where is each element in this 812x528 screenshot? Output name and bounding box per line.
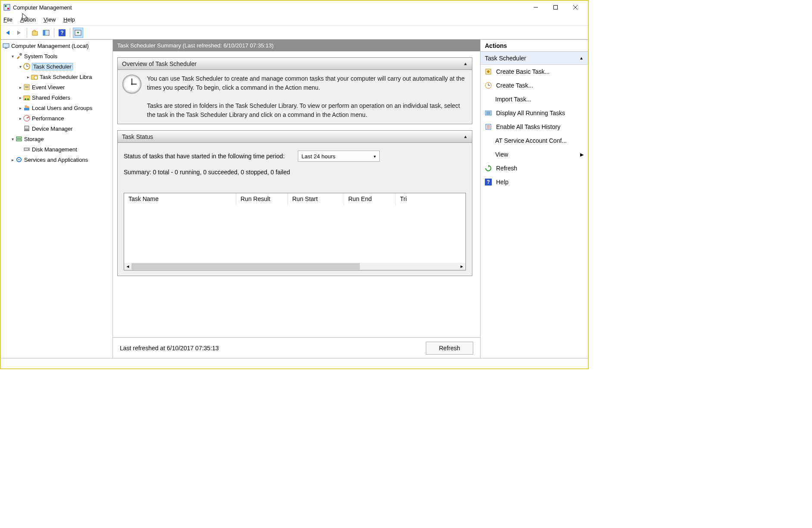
collapse-icon[interactable]: ▾ — [17, 64, 23, 69]
action-import-task[interactable]: Import Task... — [481, 92, 588, 106]
device-icon — [23, 125, 30, 132]
task-table-body — [124, 205, 465, 263]
expand-icon[interactable]: ▸ — [9, 157, 16, 162]
scroll-thumb[interactable] — [131, 263, 360, 270]
task-table[interactable]: Task Name Run Result Run Start Run End T… — [124, 193, 466, 270]
back-button[interactable] — [3, 28, 13, 38]
tree-shared-folders[interactable]: ▸ Shared Folders — [1, 92, 112, 103]
task-status-title: Task Status — [122, 133, 153, 140]
tree-event-viewer[interactable]: ▸ Event Viewer — [1, 82, 112, 92]
expand-icon[interactable]: ▸ — [17, 95, 23, 100]
menu-file[interactable]: File — [3, 16, 12, 23]
tree-storage[interactable]: ▾ Storage — [1, 134, 112, 144]
svg-rect-1 — [5, 5, 6, 7]
svg-rect-51 — [486, 112, 490, 113]
expand-icon[interactable]: ▸ — [17, 85, 23, 90]
col-triggered[interactable]: Tri — [396, 193, 465, 205]
action-create-task[interactable]: Create Task... — [481, 79, 588, 92]
tree-local-users[interactable]: ▸ Local Users and Groups — [1, 103, 112, 113]
task-status-panel: Task Status ▲ Status of tasks that have … — [117, 130, 472, 276]
action-view[interactable]: View ▶ — [481, 148, 588, 161]
center-body[interactable]: Overview of Task Scheduler ▲ You can use… — [113, 51, 480, 337]
clock-large-icon — [122, 74, 142, 94]
storage-icon — [16, 135, 22, 142]
collapse-icon[interactable]: ▾ — [9, 137, 16, 141]
col-run-result[interactable]: Run Result — [236, 193, 288, 205]
action-display-running[interactable]: Display All Running Tasks — [481, 106, 588, 120]
running-tasks-icon — [485, 110, 492, 116]
expand-icon[interactable]: ▸ — [17, 106, 23, 110]
summary-header: Task Scheduler Summary (Last refreshed: … — [113, 40, 480, 51]
maximize-button[interactable] — [546, 1, 565, 14]
tree-performance[interactable]: ▸ Performance — [1, 113, 112, 123]
overview-panel-header[interactable]: Overview of Task Scheduler ▲ — [118, 58, 472, 70]
collapse-up-icon[interactable]: ▲ — [463, 134, 468, 139]
overview-title: Overview of Task Scheduler — [122, 60, 197, 67]
toolbar-separator — [70, 28, 70, 38]
menu-help[interactable]: Help — [63, 16, 75, 23]
action-enable-history[interactable]: Enable All Tasks History — [481, 120, 588, 134]
show-hide-tree-button[interactable] — [41, 28, 51, 38]
history-icon — [485, 123, 492, 130]
event-icon — [23, 84, 30, 91]
performance-icon — [23, 115, 30, 122]
time-period-combo[interactable]: Last 24 hours ▾ — [298, 151, 380, 162]
refresh-button[interactable]: Refresh — [426, 342, 473, 355]
svg-rect-50 — [485, 111, 491, 115]
navigation-tree[interactable]: Computer Management (Local) ▾ System Too… — [1, 40, 113, 358]
tree-ts-library[interactable]: ▸ Task Scheduler Libra — [1, 72, 112, 82]
tree-device-manager[interactable]: ▸ Device Manager — [1, 123, 112, 134]
scroll-left-icon[interactable]: ◄ — [124, 264, 131, 269]
svg-rect-13 — [3, 44, 9, 47]
col-run-end[interactable]: Run End — [344, 193, 396, 205]
action-at-service[interactable]: AT Service Account Conf... — [481, 134, 588, 148]
svg-rect-32 — [25, 126, 29, 129]
expand-icon[interactable]: ▸ — [25, 75, 31, 79]
folder-clock-icon — [31, 73, 38, 80]
actions-pane: Actions Task Scheduler ▲ Create Basic Ta… — [480, 40, 588, 358]
tree-disk-management[interactable]: ▸ Disk Management — [1, 144, 112, 154]
center-pane: Task Scheduler Summary (Last refreshed: … — [113, 40, 480, 358]
services-icon — [16, 156, 22, 163]
actions-subhead[interactable]: Task Scheduler ▲ — [481, 52, 588, 65]
svg-point-20 — [34, 76, 37, 79]
col-task-name[interactable]: Task Name — [124, 193, 236, 205]
svg-rect-2 — [7, 8, 9, 9]
tree-root[interactable]: Computer Management (Local) — [1, 41, 112, 51]
disk-icon — [23, 146, 30, 153]
clock-icon — [23, 63, 30, 70]
window-frame: Computer Management File Action View Hel… — [0, 0, 589, 369]
users-icon — [23, 104, 30, 111]
menu-action[interactable]: Action — [20, 16, 36, 23]
col-run-start[interactable]: Run Start — [288, 193, 344, 205]
close-button[interactable] — [565, 1, 585, 14]
window-title: Computer Management — [13, 4, 72, 11]
help-button[interactable]: ? — [57, 28, 67, 38]
svg-text:?: ? — [60, 30, 63, 36]
action-refresh[interactable]: Refresh — [481, 161, 588, 175]
submenu-arrow-icon: ▶ — [580, 152, 584, 157]
up-one-level-button[interactable] — [30, 28, 40, 38]
action-help[interactable]: ? Help — [481, 175, 588, 189]
computer-icon — [3, 42, 9, 49]
menu-view[interactable]: View — [44, 16, 56, 23]
scroll-right-icon[interactable]: ► — [458, 264, 465, 269]
action-create-basic-task[interactable]: Create Basic Task... — [481, 65, 588, 79]
tree-system-tools[interactable]: ▾ System Tools — [1, 51, 112, 61]
task-status-header[interactable]: Task Status ▲ — [118, 131, 472, 143]
new-task-icon — [485, 82, 492, 89]
menubar: File Action View Help — [1, 14, 588, 26]
horizontal-scrollbar[interactable]: ◄ ► — [124, 263, 465, 270]
svg-rect-4 — [554, 6, 558, 9]
expand-icon[interactable]: ▸ — [17, 116, 23, 121]
forward-button[interactable] — [14, 28, 24, 38]
tree-task-scheduler[interactable]: ▾ Task Scheduler — [1, 61, 112, 72]
collapse-icon[interactable]: ▾ — [9, 54, 16, 59]
combo-value: Last 24 hours — [302, 153, 336, 160]
properties-button[interactable] — [73, 28, 83, 38]
minimize-button[interactable] — [526, 1, 546, 14]
collapse-up-icon[interactable]: ▲ — [463, 61, 468, 66]
collapse-up-icon[interactable]: ▲ — [579, 56, 584, 60]
tree-services-apps[interactable]: ▸ Services and Applications — [1, 154, 112, 165]
svg-rect-33 — [24, 129, 29, 131]
